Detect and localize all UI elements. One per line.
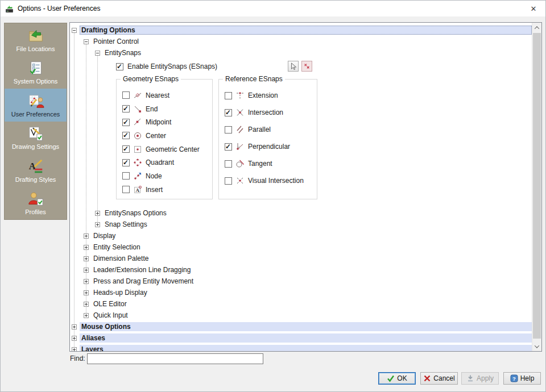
cancel-button[interactable]: Cancel <box>420 372 458 385</box>
enable-esnaps-label: Enable EntitySnaps (ESnaps) <box>127 62 217 70</box>
expand-icon[interactable] <box>95 222 100 227</box>
scroll-up-icon[interactable] <box>532 23 541 32</box>
expand-icon[interactable] <box>84 302 89 307</box>
apply-button: Apply <box>461 372 499 385</box>
midpoint-checkbox[interactable] <box>122 119 130 126</box>
app-logo-icon: ▪▪ <box>5 4 14 14</box>
expand-icon[interactable] <box>84 290 89 295</box>
title-bar: ▪▪ Options - User Preferences <box>1 1 545 16</box>
center-checkbox[interactable] <box>122 132 130 139</box>
tree-item-snap-settings[interactable]: Snap Settings <box>70 219 532 230</box>
select-esnaps-button[interactable] <box>288 61 299 72</box>
tree-item-entity-selection[interactable]: Entity Selection <box>70 241 532 253</box>
enable-esnaps-row: Enable EntitySnaps (ESnaps) <box>116 60 217 73</box>
tree-item-pointer-control[interactable]: Pointer Control <box>70 36 532 47</box>
scroll-down-icon[interactable] <box>532 341 541 351</box>
svg-text:▪▪: ▪▪ <box>7 10 9 12</box>
tree-item-layers[interactable]: Layers <box>70 344 532 351</box>
esnap-label: Insert <box>146 186 163 194</box>
help-button[interactable]: ? Help <box>503 372 541 385</box>
expand-icon[interactable] <box>95 211 100 216</box>
reference-esnaps-group: Reference ESnaps Extension <box>218 79 317 199</box>
nearest-icon <box>133 91 142 100</box>
expand-icon[interactable] <box>84 268 89 273</box>
esnap-row-visual-intersection: Visual Intersection <box>225 172 317 189</box>
tree-item-display[interactable]: Display <box>70 230 532 241</box>
tree-item-dimension-palette[interactable]: Dimension Palette <box>70 253 532 264</box>
intersection-checkbox[interactable] <box>225 109 232 116</box>
tree-item-entitysnaps-options[interactable]: EntitySnaps Options <box>70 207 532 219</box>
tree-item-press-and-drag-entity-movement[interactable]: Press and Drag Entity Movement <box>70 276 532 287</box>
x-icon <box>423 374 431 382</box>
expand-icon[interactable] <box>72 324 77 330</box>
esnap-label: Extension <box>248 91 278 99</box>
tree-connector-line <box>97 55 98 224</box>
expand-icon[interactable] <box>72 347 77 352</box>
collapse-icon[interactable] <box>84 39 89 44</box>
tree-item-drafting-options[interactable]: Drafting Options <box>70 24 532 36</box>
extension-checkbox[interactable] <box>225 92 232 99</box>
close-icon[interactable]: ✕ <box>522 1 545 16</box>
sidebar-item-drafting-styles[interactable]: A Drafting Styles <box>5 154 67 187</box>
tree-item-aliases[interactable]: Aliases <box>70 332 532 344</box>
tree-item-mouse-options[interactable]: Mouse Options <box>70 321 532 332</box>
geometric-center-checkbox[interactable] <box>122 145 130 153</box>
expand-icon[interactable] <box>84 245 89 250</box>
sidebar-item-system-options[interactable]: System Options <box>5 56 67 89</box>
svg-text:A: A <box>136 187 140 193</box>
esnap-label: Perpendicular <box>248 143 290 151</box>
sidebar-item-user-preferences[interactable]: User Preferences <box>5 89 67 122</box>
parallel-checkbox[interactable] <box>225 126 232 134</box>
esnap-row-node: Node <box>122 169 212 183</box>
clear-esnaps-button[interactable] <box>301 61 312 72</box>
visual-intersection-checkbox[interactable] <box>225 177 232 185</box>
expand-icon[interactable] <box>84 256 89 261</box>
collapse-icon[interactable] <box>95 51 100 56</box>
esnap-row-geometric-center: Geometric Center <box>122 143 212 156</box>
expand-icon[interactable] <box>84 313 89 318</box>
sidebar-item-label: Drafting Styles <box>15 176 56 183</box>
esnap-row-perpendicular: Perpendicular <box>225 138 317 155</box>
expand-icon[interactable] <box>84 279 89 284</box>
node-checkbox[interactable] <box>122 172 130 180</box>
expand-icon[interactable] <box>84 233 89 239</box>
esnap-row-intersection: Intersection <box>225 104 317 121</box>
nearest-checkbox[interactable] <box>122 91 130 99</box>
perpendicular-checkbox[interactable] <box>225 143 232 151</box>
esnap-label: Nearest <box>146 91 169 99</box>
tree-item-quick-input[interactable]: Quick Input <box>70 310 532 321</box>
tree-scrollbar[interactable] <box>532 23 541 351</box>
collapse-icon[interactable] <box>72 28 77 33</box>
sidebar-item-drawing-settings[interactable]: Drawing Settings <box>5 122 67 155</box>
options-tree: Drafting Options Pointer Control EntityS… <box>70 23 532 351</box>
esnap-label: Center <box>146 132 166 140</box>
esnap-row-nearest: Nearest <box>122 89 212 102</box>
geometry-esnaps-group: Geometry ESnaps Nearest <box>116 79 213 199</box>
find-input[interactable] <box>87 353 263 364</box>
options-dialog: ▪▪ Options - User Preferences ✕ File Loc… <box>0 0 546 392</box>
tree-item-heads-up-display[interactable]: Heads-up Display <box>70 287 532 298</box>
esnap-label: Geometric Center <box>146 145 200 153</box>
enable-esnaps-checkbox[interactable] <box>116 63 123 70</box>
sidebar-item-file-locations[interactable]: File Locations <box>5 23 67 56</box>
find-label: Find: <box>70 355 85 362</box>
end-checkbox[interactable] <box>122 105 130 112</box>
insert-checkbox[interactable] <box>122 186 130 193</box>
sidebar-item-profiles[interactable]: Profiles <box>5 187 67 220</box>
expand-icon[interactable] <box>72 336 77 341</box>
tree-item-entitysnaps[interactable]: EntitySnaps <box>70 47 532 59</box>
quadrant-checkbox[interactable] <box>122 159 130 166</box>
tree-item-leader-extension-line-dragging[interactable]: Leader/Extension Line Dragging <box>70 264 532 276</box>
esnap-row-extension: Extension <box>225 87 317 104</box>
tangent-checkbox[interactable] <box>225 160 232 168</box>
scrollbar-thumb[interactable] <box>533 33 541 339</box>
tree-item-ole-editor[interactable]: OLE Editor <box>70 298 532 310</box>
clear-esnaps-icon <box>303 62 311 70</box>
esnap-label: End <box>146 105 158 113</box>
esnap-label: Intersection <box>248 109 283 116</box>
window-title: Options - User Preferences <box>18 5 100 12</box>
sidebar-item-label: Drawing Settings <box>12 143 59 150</box>
select-esnaps-cursor-icon <box>289 62 297 70</box>
esnap-label: Midpoint <box>146 118 171 126</box>
ok-button[interactable]: OK <box>378 372 416 385</box>
